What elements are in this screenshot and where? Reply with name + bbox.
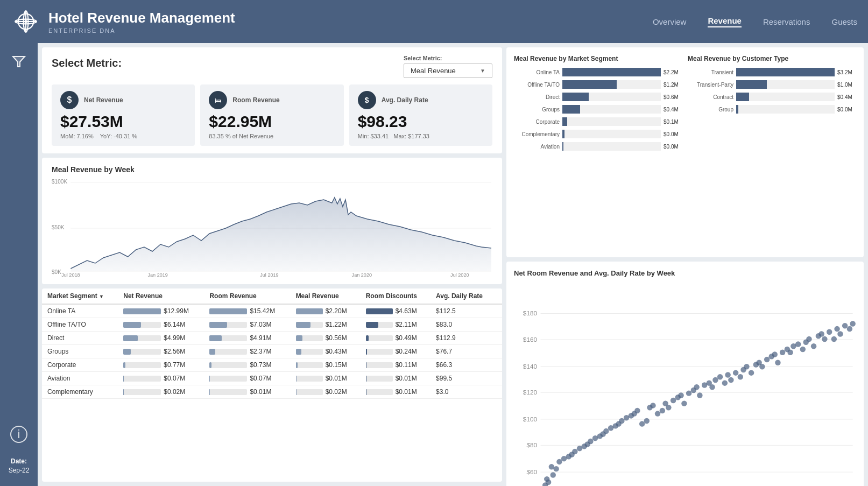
cell-room-disc: $0.11M bbox=[361, 358, 431, 372]
meal-rev-segment-title: Meal Revenue by Market Segment bbox=[514, 55, 682, 62]
customer-bar-label: Transient-Party bbox=[688, 82, 733, 88]
scatter-point bbox=[603, 428, 609, 434]
col-meal-rev: Meal Revenue bbox=[291, 288, 361, 304]
kpi-adr: $ Avg. Daily Rate $98.23 Min: $33.41 Max… bbox=[349, 84, 492, 146]
cell-net-rev: $12.99M bbox=[118, 304, 204, 318]
cell-segment: Complementary bbox=[42, 385, 118, 399]
scatter-point bbox=[697, 392, 702, 398]
scatter-point bbox=[588, 439, 593, 444]
cell-segment: Direct bbox=[42, 332, 118, 345]
meal-rev-customer-title: Meal Revenue by Customer Type bbox=[688, 55, 856, 62]
net-revenue-sub: MoM: 7.16% YoY: -40.31 % bbox=[60, 133, 186, 139]
bar-value: $0.1M bbox=[664, 119, 682, 125]
table-row: Direct $4.99M $4.91M $0.56M bbox=[42, 332, 502, 345]
svg-text:Jan 2020: Jan 2020 bbox=[352, 272, 372, 277]
scatter-point bbox=[725, 372, 730, 377]
net-revenue-label: Net Revenue bbox=[84, 96, 123, 104]
customer-bars: Transient $3.2M Transient-Party $1.0M Co… bbox=[688, 68, 856, 114]
cell-room-disc: $0.49M bbox=[361, 332, 431, 345]
bar-value: $2.2M bbox=[664, 69, 682, 75]
cell-adr: $112.5 bbox=[431, 304, 496, 318]
bar-value: $1.2M bbox=[664, 82, 682, 88]
metric-select-dropdown[interactable]: Meal Revenue ▼ bbox=[404, 64, 492, 78]
scatter-chart-svg: Avg. Daily Rate $40 $60 $80 $100 $120 $1… bbox=[514, 280, 856, 486]
table-row: Online TA $12.99M $15.42M $2. bbox=[42, 304, 502, 318]
svg-text:$60: $60 bbox=[526, 468, 537, 475]
scatter-point bbox=[722, 380, 728, 385]
nav-guests[interactable]: Guests bbox=[831, 17, 857, 26]
customer-bar-row: Contract $0.4M bbox=[688, 93, 856, 101]
scatter-point bbox=[850, 321, 855, 326]
room-revenue-icon: 🛏 bbox=[209, 91, 227, 109]
revenue-section-title: Select Metric: bbox=[52, 57, 122, 69]
bar-value: $0.0M bbox=[664, 144, 682, 150]
scatter-point bbox=[650, 403, 655, 408]
scatter-point bbox=[764, 357, 770, 362]
col-room-disc: Room Discounts bbox=[361, 288, 431, 304]
table-row: Complementary $0.02M $0.01M $ bbox=[42, 385, 502, 399]
cell-segment: Corporate bbox=[42, 358, 118, 372]
bar-label: Direct bbox=[514, 94, 560, 100]
nav-revenue[interactable]: Revenue bbox=[708, 16, 742, 27]
cell-net-rev: $6.14M bbox=[118, 318, 204, 332]
table-row: Groups $2.56M $2.37M $0.43M bbox=[42, 345, 502, 358]
customer-bar-value: $0.0M bbox=[837, 107, 856, 112]
adr-sub: Min: $33.41 Max: $177.33 bbox=[358, 133, 484, 139]
cell-net-rev: $0.07M bbox=[118, 372, 204, 385]
cell-meal-rev: $0.01M bbox=[291, 372, 361, 385]
scatter-point bbox=[738, 374, 743, 379]
bar-value: $0.4M bbox=[664, 107, 682, 112]
cell-meal-rev: $0.43M bbox=[291, 345, 361, 358]
cell-room-rev: $0.73M bbox=[204, 358, 290, 372]
scatter-point bbox=[666, 405, 671, 410]
filter-icon[interactable] bbox=[11, 54, 26, 72]
date-label: Date: bbox=[9, 457, 30, 466]
svg-text:$100K: $100K bbox=[52, 179, 68, 185]
segment-bar-row: Groups $0.4M bbox=[514, 105, 682, 114]
scatter-point bbox=[744, 364, 749, 369]
col-room-rev: Room Revenue bbox=[204, 288, 290, 304]
scatter-point bbox=[549, 464, 554, 469]
cell-segment: Offline TA/TO bbox=[42, 318, 118, 332]
scatter-point bbox=[806, 336, 811, 342]
cell-adr: $76.7 bbox=[431, 345, 496, 358]
nav-reservations[interactable]: Reservations bbox=[763, 17, 810, 26]
segment-bar-row: Offline TA/TO $1.2M bbox=[514, 80, 682, 89]
cell-room-rev: $0.07M bbox=[204, 372, 290, 385]
adr-label: Avg. Daily Rate bbox=[382, 96, 428, 104]
market-segment-table: Market Segment ▼ Net Revenue Room Revenu… bbox=[42, 288, 502, 399]
scatter-point bbox=[780, 349, 785, 355]
cell-meal-rev: $2.20M bbox=[291, 304, 361, 318]
cell-adr: $112.9 bbox=[431, 332, 496, 345]
customer-bar-row: Transient-Party $1.0M bbox=[688, 80, 856, 89]
customer-bar-value: $0.4M bbox=[837, 94, 856, 100]
date-value: Sep-22 bbox=[9, 466, 30, 475]
info-icon[interactable]: i bbox=[10, 426, 27, 443]
scatter-point bbox=[639, 421, 645, 426]
svg-text:$100: $100 bbox=[523, 415, 538, 422]
segment-bar-row: Direct $0.6M bbox=[514, 93, 682, 101]
scatter-point bbox=[634, 408, 640, 413]
bar-label: Corporate bbox=[514, 119, 560, 125]
cell-room-disc: $0.01M bbox=[361, 372, 431, 385]
left-sidebar: i Date: Sep-22 bbox=[0, 43, 38, 486]
svg-text:$160: $160 bbox=[523, 336, 538, 343]
kpi-room-revenue: 🛏 Room Revenue $22.95M 83.35 % of Net Re… bbox=[200, 84, 343, 146]
bar-label: Aviation bbox=[514, 144, 560, 150]
customer-bar-value: $1.0M bbox=[837, 82, 856, 88]
svg-text:Jul 2019: Jul 2019 bbox=[260, 272, 278, 277]
cell-segment: Aviation bbox=[42, 372, 118, 385]
nav-overview[interactable]: Overview bbox=[653, 17, 687, 26]
cell-meal-rev: $0.15M bbox=[291, 358, 361, 372]
header-title-block: Hotel Revenue Management ENTERPRISE DNA bbox=[48, 10, 653, 34]
customer-bar-value: $3.2M bbox=[837, 69, 856, 75]
cell-adr: $99.5 bbox=[431, 372, 496, 385]
svg-text:Jul 2020: Jul 2020 bbox=[450, 272, 469, 277]
scatter-point bbox=[712, 377, 718, 383]
customer-bar-label: Contract bbox=[688, 94, 733, 100]
scatter-point bbox=[800, 347, 806, 352]
adr-icon: $ bbox=[358, 91, 376, 109]
scatter-point bbox=[678, 392, 683, 398]
segment-bar-row: Corporate $0.1M bbox=[514, 117, 682, 126]
svg-text:$180: $180 bbox=[523, 309, 538, 316]
